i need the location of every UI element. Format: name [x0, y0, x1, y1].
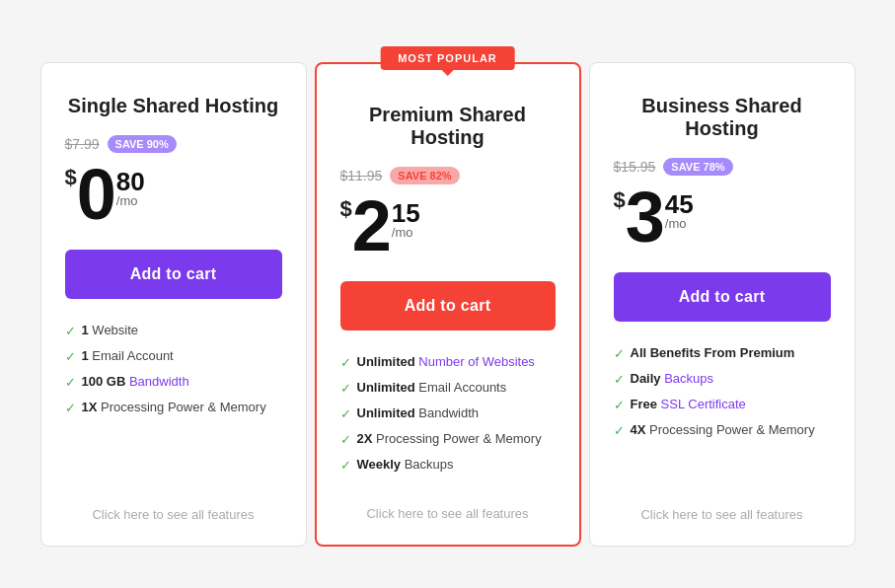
check-icon: ✓: [340, 406, 351, 421]
features-list-single: ✓ 1 Website ✓ 1 Email Account ✓ 100 GB B…: [65, 323, 282, 483]
feature-bold-business-3: 4X: [631, 422, 646, 437]
price-row-business: $15.95 SAVE 78%: [614, 158, 831, 176]
feature-text-premium-1: Unlimited Email Accounts: [357, 380, 507, 395]
price-dollar-single: $: [65, 167, 77, 188]
price-amount-business: $ 3 45 /mo: [614, 182, 831, 253]
save-badge-premium: SAVE 82%: [390, 167, 459, 184]
price-mo-premium: /mo: [392, 226, 420, 239]
feature-bold-single-3: 1X: [82, 400, 98, 414]
price-mo-single: /mo: [116, 194, 145, 207]
add-to-cart-btn-premium[interactable]: Add to cart: [340, 281, 556, 331]
see-features-link-business[interactable]: Click here to see all features: [614, 507, 831, 522]
feature-item-business-0: ✓ All Benefits From Premium: [614, 345, 831, 361]
add-to-cart-btn-single[interactable]: Add to cart: [65, 250, 282, 299]
original-price-premium: $11.95: [340, 168, 383, 184]
feature-item-single-3: ✓ 1X Processing Power & Memory: [65, 400, 282, 415]
feature-text-single-2: 100 GB Bandwidth: [82, 374, 189, 389]
feature-text-business-0: All Benefits From Premium: [631, 345, 795, 360]
check-icon: ✓: [65, 324, 76, 338]
feature-item-business-3: ✓ 4X Processing Power & Memory: [614, 422, 831, 438]
check-icon: ✓: [614, 398, 625, 412]
check-icon: ✓: [65, 375, 76, 390]
check-icon: ✓: [65, 349, 76, 364]
feature-item-single-1: ✓ 1 Email Account: [65, 348, 282, 364]
most-popular-badge: MOST POPULAR: [380, 46, 515, 70]
feature-text-single-0: 1 Website: [82, 323, 139, 337]
feature-rest-premium-4: Backups: [401, 457, 453, 472]
pricing-section: Single Shared Hosting $7.99 SAVE 90% $ 0…: [0, 23, 895, 566]
plan-title-business: Business Shared Hosting: [614, 95, 831, 140]
original-price-business: $15.95: [614, 159, 656, 175]
price-amount-single: $ 0 80 /mo: [65, 159, 282, 230]
original-price-single: $7.99: [65, 136, 100, 152]
check-icon: ✓: [340, 355, 351, 370]
features-list-premium: ✓ Unlimited Number of Websites ✓ Unlimit…: [340, 354, 556, 482]
see-features-link-single[interactable]: Click here to see all features: [65, 507, 282, 522]
feature-text-premium-3: 2X Processing Power & Memory: [357, 431, 542, 446]
see-features-link-premium[interactable]: Click here to see all features: [340, 506, 556, 521]
feature-text-business-1: Daily Backups: [631, 371, 714, 386]
price-cents-premium: 15: [392, 200, 420, 226]
feature-rest-single-0: Website: [89, 323, 138, 337]
price-cents-mo-business: 45 /mo: [665, 191, 694, 230]
check-icon: ✓: [614, 372, 625, 387]
feature-rest-business-1: Backups: [661, 371, 713, 386]
feature-bold-premium-3: 2X: [357, 431, 373, 446]
feature-text-single-3: 1X Processing Power & Memory: [82, 400, 266, 414]
feature-item-single-2: ✓ 100 GB Bandwidth: [65, 374, 282, 390]
feature-rest-premium-3: Processing Power & Memory: [372, 431, 541, 446]
save-badge-single: SAVE 90%: [108, 135, 177, 153]
feature-item-business-1: ✓ Daily Backups: [614, 371, 831, 387]
plan-title-premium: Premium Shared Hosting: [340, 104, 556, 149]
check-icon: ✓: [614, 346, 625, 361]
price-cents-business: 45: [665, 191, 694, 217]
price-main-single: 0: [77, 159, 116, 230]
price-row-premium: $11.95 SAVE 82%: [340, 167, 556, 184]
price-row-single: $7.99 SAVE 90%: [65, 135, 282, 153]
feature-rest-business-2: SSL Certificate: [657, 397, 746, 411]
plan-title-single: Single Shared Hosting: [65, 95, 282, 117]
feature-item-premium-3: ✓ 2X Processing Power & Memory: [340, 431, 556, 447]
feature-bold-single-2: 100 GB: [82, 374, 126, 389]
feature-text-premium-4: Weekly Backups: [357, 457, 454, 472]
feature-rest-single-1: Email Account: [89, 348, 174, 363]
price-dollar-premium: $: [340, 198, 352, 220]
feature-bold-premium-0: Unlimited: [357, 354, 415, 369]
price-cents-single: 80: [116, 169, 145, 194]
feature-rest-business-3: Processing Power & Memory: [645, 422, 814, 437]
feature-rest-single-3: Processing Power & Memory: [97, 400, 265, 414]
price-main-business: 3: [626, 182, 665, 253]
feature-item-premium-2: ✓ Unlimited Bandwidth: [340, 405, 556, 421]
add-to-cart-btn-business[interactable]: Add to cart: [614, 272, 831, 322]
feature-bold-business-0: All Benefits From Premium: [631, 345, 795, 360]
price-dollar-business: $: [614, 189, 626, 211]
price-mo-business: /mo: [665, 217, 694, 230]
feature-bold-business-2: Free: [631, 397, 657, 411]
check-icon: ✓: [65, 401, 76, 415]
feature-bold-single-0: 1: [82, 323, 89, 337]
price-cents-mo-single: 80 /mo: [116, 169, 145, 207]
feature-text-business-3: 4X Processing Power & Memory: [631, 422, 815, 437]
feature-text-premium-2: Unlimited Bandwidth: [357, 405, 480, 420]
check-icon: ✓: [614, 423, 625, 438]
feature-rest-premium-1: Email Accounts: [415, 380, 507, 395]
check-icon: ✓: [340, 458, 351, 473]
check-icon: ✓: [340, 381, 351, 396]
feature-item-single-0: ✓ 1 Website: [65, 323, 282, 338]
feature-text-business-2: Free SSL Certificate: [631, 397, 746, 411]
plan-card-single: Single Shared Hosting $7.99 SAVE 90% $ 0…: [40, 62, 307, 547]
feature-item-premium-0: ✓ Unlimited Number of Websites: [340, 354, 556, 370]
feature-bold-business-1: Daily: [631, 371, 661, 386]
plan-card-premium: MOST POPULARPremium Shared Hosting $11.9…: [315, 62, 581, 547]
feature-item-business-2: ✓ Free SSL Certificate: [614, 397, 831, 412]
feature-bold-premium-2: Unlimited: [357, 405, 415, 420]
check-icon: ✓: [340, 432, 351, 447]
feature-rest-single-2: Bandwidth: [125, 374, 188, 389]
feature-text-premium-0: Unlimited Number of Websites: [357, 354, 535, 369]
feature-bold-premium-4: Weekly: [357, 457, 402, 472]
feature-bold-premium-1: Unlimited: [357, 380, 415, 395]
features-list-business: ✓ All Benefits From Premium ✓ Daily Back…: [614, 345, 831, 483]
price-cents-mo-premium: 15 /mo: [392, 200, 420, 239]
feature-bold-single-1: 1: [82, 348, 89, 363]
feature-item-premium-1: ✓ Unlimited Email Accounts: [340, 380, 556, 396]
